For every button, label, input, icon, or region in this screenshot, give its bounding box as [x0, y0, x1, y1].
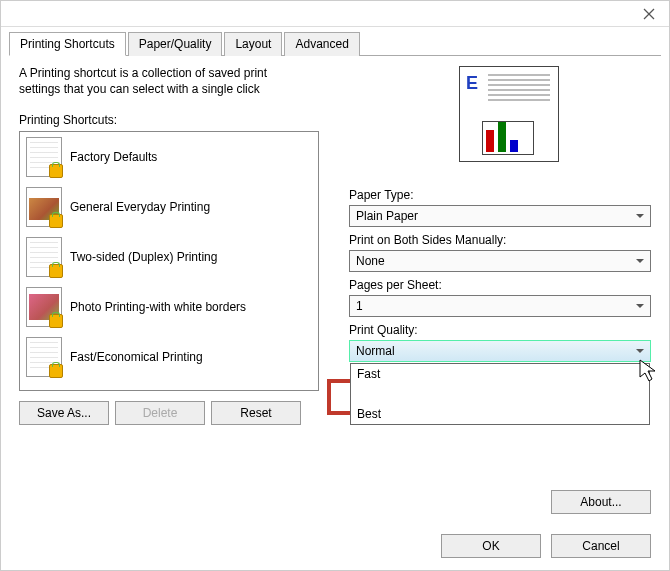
- cancel-button[interactable]: Cancel: [551, 534, 651, 558]
- reset-button[interactable]: Reset: [211, 401, 301, 425]
- shortcut-label: General Everyday Printing: [70, 200, 210, 214]
- both-sides-value: None: [356, 254, 385, 268]
- paper-type-value: Plain Paper: [356, 209, 418, 223]
- lock-icon: [49, 264, 63, 278]
- tab-layout[interactable]: Layout: [224, 32, 282, 56]
- shortcut-item-everyday[interactable]: General Everyday Printing: [20, 182, 318, 232]
- both-sides-label: Print on Both Sides Manually:: [349, 233, 651, 247]
- print-quality-value: Normal: [356, 344, 395, 358]
- save-as-button[interactable]: Save As...: [19, 401, 109, 425]
- print-quality-label: Print Quality:: [349, 323, 651, 337]
- shortcut-label: Photo Printing-with white borders: [70, 300, 246, 314]
- document-icon: [26, 337, 62, 377]
- shortcut-label: Two-sided (Duplex) Printing: [70, 250, 217, 264]
- paper-type-label: Paper Type:: [349, 188, 651, 202]
- both-sides-select[interactable]: None: [349, 250, 651, 272]
- tab-strip: Printing Shortcuts Paper/Quality Layout …: [9, 31, 661, 56]
- print-quality-option-hidden[interactable]: [351, 384, 649, 404]
- shortcut-item-factory-defaults[interactable]: Factory Defaults: [20, 132, 318, 182]
- close-button[interactable]: [629, 1, 669, 27]
- shortcut-item-duplex[interactable]: Two-sided (Duplex) Printing: [20, 232, 318, 282]
- about-button[interactable]: About...: [551, 490, 651, 514]
- tab-paper-quality[interactable]: Paper/Quality: [128, 32, 223, 56]
- shortcut-item-fast[interactable]: Fast/Economical Printing: [20, 332, 318, 382]
- lock-icon: [49, 214, 63, 228]
- document-icon: [26, 287, 62, 327]
- shortcuts-list-label: Printing Shortcuts:: [19, 113, 329, 127]
- lock-icon: [49, 314, 63, 328]
- preview-letter: E: [466, 73, 478, 94]
- print-quality-option-best[interactable]: Best: [351, 404, 649, 424]
- tab-printing-shortcuts[interactable]: Printing Shortcuts: [9, 32, 126, 56]
- print-quality-select[interactable]: Normal Fast Best: [349, 340, 651, 362]
- close-icon: [643, 8, 655, 20]
- pages-per-sheet-label: Pages per Sheet:: [349, 278, 651, 292]
- titlebar: [1, 1, 669, 27]
- pages-per-sheet-select[interactable]: 1: [349, 295, 651, 317]
- shortcuts-list[interactable]: Factory Defaults General Everyday Printi…: [19, 131, 319, 391]
- delete-button: Delete: [115, 401, 205, 425]
- print-quality-option-fast[interactable]: Fast: [351, 364, 649, 384]
- page-preview: E: [459, 66, 559, 162]
- shortcut-item-photo[interactable]: Photo Printing-with white borders: [20, 282, 318, 332]
- print-preferences-dialog: Printing Shortcuts Paper/Quality Layout …: [0, 0, 670, 571]
- ok-button[interactable]: OK: [441, 534, 541, 558]
- tab-advanced[interactable]: Advanced: [284, 32, 359, 56]
- document-icon: [26, 187, 62, 227]
- shortcut-label: Fast/Economical Printing: [70, 350, 203, 364]
- paper-type-select[interactable]: Plain Paper: [349, 205, 651, 227]
- lock-icon: [49, 364, 63, 378]
- pages-per-sheet-value: 1: [356, 299, 363, 313]
- preview-chart-icon: [482, 121, 534, 155]
- document-icon: [26, 137, 62, 177]
- shortcut-label: Factory Defaults: [70, 150, 157, 164]
- lock-icon: [49, 164, 63, 178]
- shortcuts-description: A Printing shortcut is a collection of s…: [19, 66, 299, 97]
- document-icon: [26, 237, 62, 277]
- print-quality-dropdown: Fast Best: [350, 363, 650, 425]
